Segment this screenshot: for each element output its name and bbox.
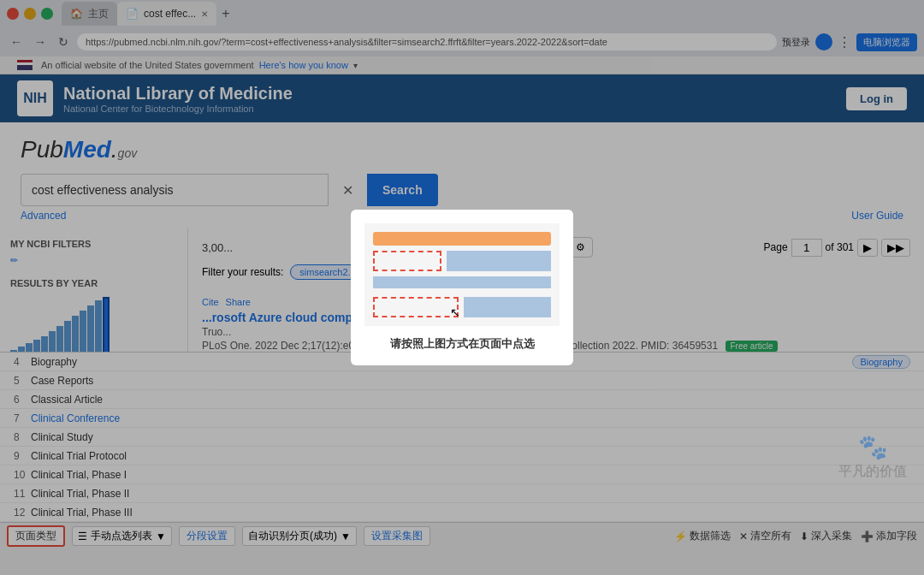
watermark: 🐾 平凡的价值 <box>838 433 907 481</box>
watermark-icon: 🐾 <box>838 433 907 461</box>
cursor-icon: ↖ <box>450 305 460 319</box>
modal-row-2: ↖ <box>373 297 551 317</box>
modal-highlight-bar <box>373 232 551 246</box>
modal-visual: ↖ <box>364 223 560 326</box>
modal-instruction-text: 请按照上图方式在页面中点选 <box>364 336 560 352</box>
page-content: An official website of the United States… <box>0 56 924 549</box>
modal-overlay[interactable]: ↖ 请按照上图方式在页面中点选 <box>0 56 924 549</box>
watermark-text: 平凡的价值 <box>838 463 907 481</box>
modal-blue-box-2 <box>373 276 551 288</box>
modal-blue-box-3 <box>464 297 551 317</box>
modal-blue-box-1 <box>447 251 551 271</box>
modal-dialog: ↖ 请按照上图方式在页面中点选 <box>351 210 573 365</box>
modal-red-dashed-box-2: ↖ <box>373 297 459 317</box>
modal-red-dashed-box-1 <box>373 251 441 271</box>
modal-row-1 <box>373 251 551 271</box>
